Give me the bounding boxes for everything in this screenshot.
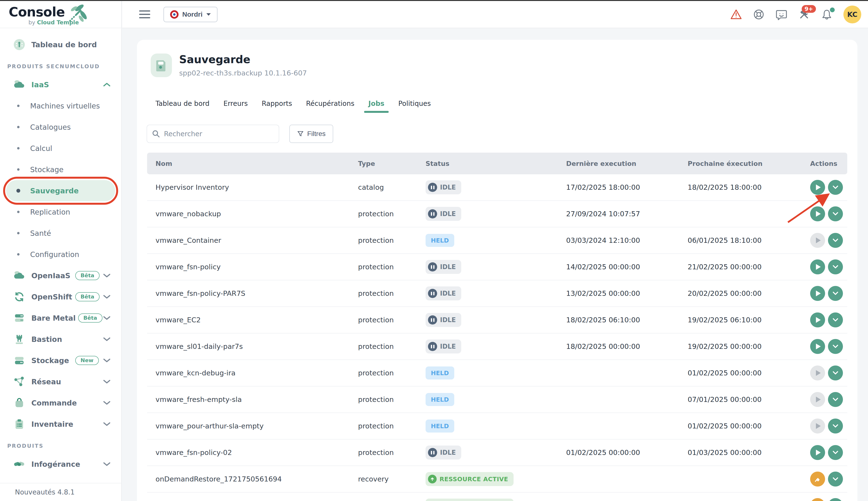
sidebar-item-iaas[interactable]: IaaS — [0, 74, 121, 95]
sidebar-item-label: Tableau de bord — [31, 41, 97, 49]
backup-card: Sauvegarde spp02-rec-th3s.rbackup 10.1.1… — [137, 40, 857, 501]
table-row[interactable]: onDemandRestore_1722602982422 recovery R… — [147, 492, 847, 501]
table-row[interactable]: vmware_Container protection HELD 03/03/2… — [147, 227, 847, 254]
job-actions — [802, 445, 847, 460]
sidebar-item-sant-[interactable]: Santé — [6, 223, 115, 244]
expand-row-button[interactable] — [828, 339, 843, 354]
job-last-execution: 01/02/2025 00:00:00 — [558, 448, 679, 457]
table-row[interactable]: vmware_fresh-empty-sla protection HELD 0… — [147, 386, 847, 413]
bag-icon — [13, 397, 25, 409]
status-badge-idle: IDLE — [426, 286, 461, 300]
expand-row-button[interactable] — [828, 365, 843, 381]
table-row[interactable]: vmware_nobackup protection IDLE 27/09/20… — [147, 201, 847, 227]
sidebar-section-label: PRODUITS — [0, 438, 121, 454]
sidebar-item-catalogues[interactable]: Catalogues — [6, 116, 115, 138]
logo[interactable]: Console by Cloud Temple — [0, 1, 121, 28]
run-job-button[interactable] — [810, 339, 825, 354]
expand-row-button[interactable] — [828, 259, 843, 274]
table-row[interactable]: vmware_sl01-daily-par7s protection IDLE … — [147, 333, 847, 360]
sidebar-item-openiaas[interactable]: OpenIaaSBêta — [0, 265, 121, 286]
tools-icon[interactable]: 9+ — [798, 9, 810, 21]
avatar[interactable]: KC — [844, 6, 861, 23]
sidebar-item-tableau-de-bord[interactable]: Tableau de bord — [0, 34, 121, 55]
chevron-down-icon — [833, 477, 838, 481]
expand-row-button[interactable] — [828, 418, 843, 434]
backup-icon — [151, 54, 172, 77]
bell-icon[interactable] — [821, 9, 833, 21]
sidebar-item-bastion[interactable]: Bastion — [0, 329, 121, 350]
tab-jobs[interactable]: Jobs — [368, 99, 384, 108]
sidebar-item-configuration[interactable]: Configuration — [6, 244, 115, 265]
sidebar-item-r-seau[interactable]: Réseau — [0, 371, 121, 392]
tenant-selector[interactable]: Nordri — [163, 7, 217, 22]
expand-row-button[interactable] — [828, 206, 843, 221]
job-name: vmware_fsn-policy-02 — [147, 448, 350, 457]
sidebar-item-label: IaaS — [31, 81, 49, 89]
version-note[interactable]: Nouveautés 4.8.1 — [15, 488, 75, 496]
expand-row-button[interactable] — [828, 233, 843, 248]
sidebar-item-sauvegarde[interactable]: Sauvegarde — [6, 180, 115, 201]
table-row[interactable]: vmware_fsn-policy-PAR7S protection IDLE … — [147, 280, 847, 307]
expand-row-button[interactable] — [828, 312, 843, 328]
run-job-button[interactable] — [810, 206, 825, 221]
job-next-execution: 18/02/2025 18:00:00 — [679, 183, 802, 191]
sidebar: Console by Cloud Temple Tableau de bordP… — [0, 1, 122, 501]
run-job-button — [810, 365, 825, 381]
menu-toggle-button[interactable] — [139, 10, 150, 18]
table-row[interactable]: vmware_fsn-policy protection IDLE 14/02/… — [147, 254, 847, 280]
table-row[interactable]: Hypervisor Inventory catalog IDLE 17/02/… — [147, 174, 847, 201]
status-badge-idle: IDLE — [426, 313, 461, 327]
bullet-icon — [17, 232, 20, 234]
run-job-button[interactable] — [810, 259, 825, 274]
bullet-icon — [17, 105, 20, 107]
table-row[interactable]: onDemandRestore_1721750561694 recovery R… — [147, 466, 847, 492]
run-job-button[interactable] — [810, 312, 825, 328]
expand-row-button[interactable] — [828, 445, 843, 460]
table-row[interactable]: vmware_fsn-policy-02 protection IDLE 01/… — [147, 439, 847, 466]
lifebuoy-icon[interactable] — [753, 9, 765, 21]
sidebar-item-stockage[interactable]: StockageNew — [0, 350, 121, 371]
expand-row-button[interactable] — [828, 498, 843, 501]
chevron-down-icon — [103, 401, 110, 405]
search-input[interactable] — [164, 130, 274, 138]
sidebar-item-calcul[interactable]: Calcul — [6, 138, 115, 159]
table-row[interactable]: vmware_pour-arthur-sla-empty protection … — [147, 413, 847, 439]
tab-erreurs[interactable]: Erreurs — [224, 99, 248, 108]
sidebar-item-stockage[interactable]: Stockage — [6, 159, 115, 180]
expand-row-button[interactable] — [828, 286, 843, 301]
play-icon — [816, 290, 821, 296]
sidebar-item-label: Stockage — [30, 166, 63, 174]
run-job-button[interactable] — [810, 445, 825, 460]
tab-rapports[interactable]: Rapports — [262, 99, 292, 108]
tab-r-cup-rations[interactable]: Récupérations — [306, 99, 354, 108]
job-status: IDLE — [417, 286, 558, 300]
status-badge-held: HELD — [426, 366, 454, 380]
expand-row-button[interactable] — [828, 180, 843, 195]
feedback-icon[interactable] — [775, 9, 787, 21]
expand-row-button[interactable] — [828, 472, 843, 487]
job-actions — [802, 312, 847, 328]
filters-button[interactable]: Filtres — [289, 125, 333, 143]
cleanup-job-button[interactable] — [810, 472, 825, 487]
job-last-execution: 14/02/2025 00:00:00 — [558, 263, 679, 271]
sidebar-item-bare-metal[interactable]: Bare MetalBêta — [0, 307, 121, 329]
sidebar-item-infog-rance[interactable]: Infogérance — [0, 454, 121, 475]
sidebar-item-commande[interactable]: Commande — [0, 392, 121, 414]
sidebar-item-openshift[interactable]: OpenShiftBêta — [0, 286, 121, 307]
job-status: HELD — [417, 419, 558, 433]
chevron-down-icon — [833, 398, 838, 401]
sidebar-item-replication[interactable]: Replication — [6, 201, 115, 223]
table-row[interactable]: vmware_EC2 protection IDLE 18/02/2025 06… — [147, 307, 847, 333]
expand-row-button[interactable] — [828, 392, 843, 407]
tab-tableau-de-bord[interactable]: Tableau de bord — [156, 99, 210, 108]
sidebar-item-inventaire[interactable]: Inventaire — [0, 414, 121, 435]
run-job-button[interactable] — [810, 286, 825, 301]
run-job-button[interactable] — [810, 180, 825, 195]
table-row[interactable]: vmware_kcn-debug-ira protection HELD 01/… — [147, 360, 847, 386]
chevron-down-icon — [103, 337, 110, 341]
sidebar-item-machines-virtuelles[interactable]: Machines virtuelles — [6, 95, 115, 116]
notifications-count-badge: 9+ — [802, 5, 816, 13]
tab-politiques[interactable]: Politiques — [398, 99, 431, 108]
cleanup-job-button[interactable] — [810, 498, 825, 501]
alert-icon[interactable] — [730, 9, 742, 21]
